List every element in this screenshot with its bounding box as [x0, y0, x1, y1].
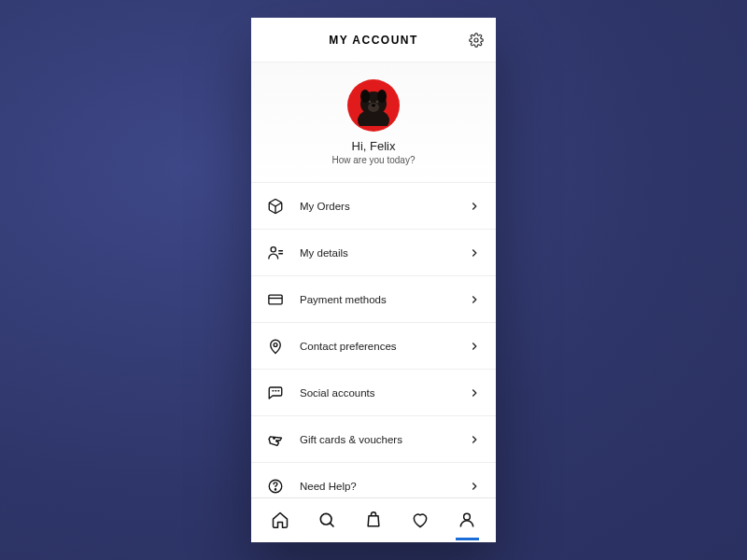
header: MY ACCOUNT	[251, 18, 496, 63]
tab-bag[interactable]	[350, 498, 397, 540]
bag-icon	[364, 511, 383, 529]
tab-bar	[251, 497, 496, 542]
chevron-right-icon	[468, 246, 481, 259]
menu-label: Social accounts	[300, 387, 468, 399]
tab-search[interactable]	[303, 498, 350, 540]
home-icon	[271, 511, 289, 529]
chevron-right-icon	[468, 386, 481, 399]
box-icon	[266, 197, 285, 216]
account-screen: MY ACCOUNT Hi, Felix How are you today?	[251, 18, 496, 542]
tab-home[interactable]	[257, 498, 303, 540]
svg-rect-10	[269, 295, 282, 304]
svg-point-9	[271, 246, 275, 251]
svg-point-0	[474, 38, 478, 42]
tab-favorites[interactable]	[397, 498, 444, 540]
svg-point-12	[274, 437, 275, 439]
menu-item-need-help[interactable]: Need Help?	[251, 463, 496, 497]
settings-button[interactable]	[468, 32, 485, 49]
svg-point-4	[377, 90, 387, 103]
svg-point-13	[276, 440, 278, 441]
search-icon	[317, 511, 336, 529]
svg-point-8	[372, 105, 375, 107]
chat-icon	[266, 384, 285, 402]
menu-label: My details	[300, 247, 468, 259]
svg-point-3	[360, 90, 370, 103]
svg-point-6	[369, 101, 372, 104]
menu-item-my-details[interactable]: My details	[251, 230, 496, 276]
account-icon	[458, 511, 476, 529]
menu-label: Contact preferences	[300, 341, 468, 352]
chevron-right-icon	[468, 433, 481, 446]
chevron-right-icon	[468, 340, 481, 353]
pin-icon	[266, 337, 285, 356]
chevron-right-icon	[468, 293, 481, 306]
menu-label: Need Help?	[300, 481, 468, 492]
menu-item-gift-cards[interactable]: Gift cards & vouchers	[251, 416, 496, 463]
svg-point-7	[376, 101, 379, 104]
person-icon	[266, 244, 285, 262]
chevron-right-icon	[468, 200, 481, 213]
tab-account[interactable]	[444, 498, 490, 540]
ticket-icon	[266, 430, 285, 449]
gear-icon	[469, 33, 484, 48]
menu-item-contact-preferences[interactable]: Contact preferences	[251, 323, 496, 370]
help-icon	[266, 477, 285, 496]
greeting-text: Hi, Felix	[352, 139, 396, 153]
menu-label: My Orders	[300, 201, 468, 212]
heart-icon	[411, 511, 430, 529]
menu-label: Payment methods	[300, 294, 468, 305]
subgreeting-text: How are you today?	[332, 155, 416, 165]
menu-item-my-orders[interactable]: My Orders	[251, 183, 496, 230]
svg-point-15	[275, 488, 275, 489]
avatar[interactable]	[347, 79, 400, 132]
svg-point-17	[464, 513, 471, 520]
menu-item-payment-methods[interactable]: Payment methods	[251, 276, 496, 323]
avatar-image	[353, 85, 394, 126]
menu-label: Gift cards & vouchers	[300, 434, 468, 445]
profile-section: Hi, Felix How are you today?	[251, 63, 496, 183]
svg-point-16	[320, 513, 331, 525]
menu-item-social-accounts[interactable]: Social accounts	[251, 370, 496, 416]
page-title: MY ACCOUNT	[329, 34, 418, 47]
svg-point-5	[368, 103, 379, 112]
card-icon	[266, 290, 285, 309]
svg-point-11	[274, 343, 277, 346]
chevron-right-icon	[468, 480, 481, 493]
menu-list: My Orders My details	[251, 183, 496, 497]
